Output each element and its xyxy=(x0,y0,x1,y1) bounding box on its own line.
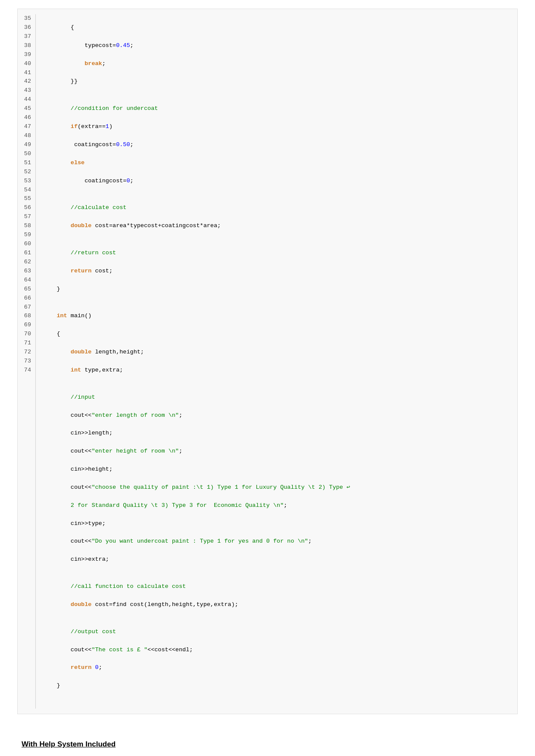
section-title: With Help System Included xyxy=(22,740,513,749)
code-content: { typecost=0.45; break; }} //condition f… xyxy=(36,14,517,709)
line-numbers: 35 36 37 38 39 40 41 42 43 44 45 46 47 4… xyxy=(18,14,36,709)
code-block: 35 36 37 38 39 40 41 42 43 44 45 46 47 4… xyxy=(17,9,518,714)
text-section: With Help System Included Explanation : … xyxy=(17,740,518,756)
